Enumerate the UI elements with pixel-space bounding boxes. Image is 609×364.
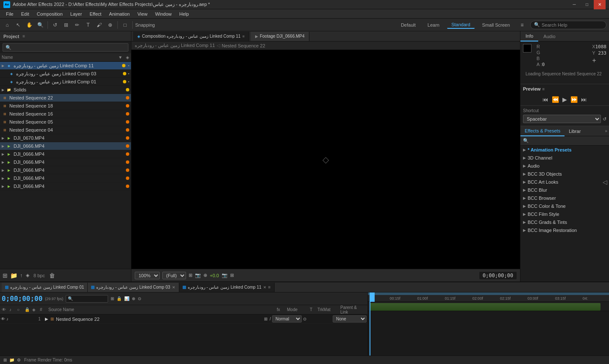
delete-icon[interactable]: 🗑 (49, 272, 55, 279)
effect-audio[interactable]: ▶ Audio (520, 162, 609, 170)
project-search-bar[interactable]: 🔍 (3, 43, 128, 52)
solo-icon[interactable]: ⊞ (264, 317, 267, 321)
zoom-select[interactable]: 100% (135, 272, 160, 279)
pen-tool[interactable]: ✏ (72, 20, 82, 30)
project-item-nested04[interactable]: ⊞ Nested Sequence 04 (0, 126, 131, 134)
skip-to-end-button[interactable]: ⏭ (581, 96, 587, 103)
tl-playhead[interactable] (370, 292, 375, 302)
snapshot-icon[interactable]: 📷 (195, 273, 201, 278)
tab-close[interactable]: ✕ (172, 285, 175, 290)
menu-window[interactable]: Window (152, 11, 175, 17)
effect-bcc-browser[interactable]: ▶ BCC Browser (520, 194, 609, 202)
project-item-comp01[interactable]: ◈ زمین عباس - رودبارچره Linked Comp 01 ▪ (0, 78, 131, 86)
tl-lock[interactable]: 🔒 (117, 296, 122, 301)
project-item-dji0670[interactable]: ▶ ▶ DJI_0670.MP4 (0, 134, 131, 142)
rotate-tool[interactable]: ↺ (50, 20, 60, 30)
tab-info[interactable]: Info (520, 31, 538, 41)
project-item-nested18[interactable]: ⊞ Nested Sequence 18 (0, 102, 131, 110)
quality-select[interactable]: (Full) (162, 272, 186, 279)
preview-menu[interactable]: ≡ (542, 87, 545, 91)
tl-graph[interactable]: 📊 (124, 296, 129, 301)
effect-bcc-color[interactable]: ▶ BCC Color & Tone (520, 202, 609, 210)
stamp-tool[interactable]: ⊕ (106, 20, 115, 30)
shortcut-select[interactable]: Spacebar (523, 115, 601, 123)
zoom-tool[interactable]: 🔍 (36, 20, 45, 30)
project-item-nested16[interactable]: ⊞ Nested Sequence 16 (0, 110, 131, 118)
comp-main-tab[interactable]: ◈ Composition زمین عباس - رودبارچره Link… (133, 32, 249, 41)
color-icon[interactable]: ⊕ (203, 273, 207, 278)
footage-tab[interactable]: ▶ Footage DJI_0666.MP4 (251, 32, 309, 41)
project-item-dji0666-3[interactable]: ▶ ▶ DJI_0666.MP4 (0, 158, 131, 166)
create-comp-icon[interactable]: ⊞ (3, 272, 8, 279)
status-comp-icon[interactable]: ⊞ (3, 358, 7, 362)
minimize-button[interactable]: ─ (568, 0, 580, 9)
camera-icon[interactable]: 📷 (222, 273, 228, 278)
fit-icon[interactable]: ⊞ (189, 273, 192, 278)
effect-animation-presets[interactable]: ▶ * Animation Presets (520, 146, 609, 154)
tab-close[interactable]: ✕ (263, 285, 267, 290)
effect-bcc-image[interactable]: ▶ BCC Image Restoration (520, 226, 609, 234)
brush-tool[interactable]: 🖌 (95, 20, 104, 30)
home-button[interactable]: ⌂ (3, 20, 12, 30)
skip-to-start-button[interactable]: ⏮ (542, 96, 548, 103)
project-item-dji0666-2[interactable]: ▶ ▶ DJI_0666.MP4 (0, 150, 131, 158)
effect-bcc-blur[interactable]: ▶ BCC Blur (520, 186, 609, 194)
status-settings-icon[interactable]: ⚙ (17, 358, 21, 362)
menu-composition[interactable]: Composition (33, 11, 66, 17)
project-item-nested22[interactable]: ⊞ Nested Sequence 22 (0, 94, 131, 102)
project-item-dji0666-1[interactable]: ▶ ▶ DJI_0666.MP4 (0, 142, 131, 150)
tl-track-area[interactable] (368, 302, 609, 356)
menu-effect[interactable]: Effect (86, 11, 105, 17)
workspace-learn[interactable]: Learn (423, 22, 444, 28)
layer-parent-select[interactable]: None (333, 315, 367, 323)
effect-bcc-art[interactable]: ▶ BCC Art Looks (520, 178, 609, 186)
link-icon[interactable]: / (270, 317, 271, 321)
tab-effects-presets[interactable]: Effects & Presets (520, 126, 565, 136)
tab-menu[interactable]: ≡ (268, 285, 271, 290)
project-item-dji0666-5[interactable]: ▶ ▶ DJI_0666.MP4 (0, 174, 131, 182)
tab-audio[interactable]: Audio (538, 31, 560, 41)
menu-view[interactable]: View (134, 11, 151, 17)
import-icon[interactable]: ↑ (20, 273, 22, 279)
color-label-icon[interactable]: ◈ (26, 273, 29, 278)
menu-help[interactable]: Help (176, 11, 192, 17)
project-item-comp11[interactable]: ▶ ◈ زمین عباس - رودبارچره Linked Comp 11… (0, 62, 131, 70)
tab-library[interactable]: Librar (565, 126, 585, 136)
text-tool[interactable]: T (83, 20, 93, 30)
layer-visible[interactable]: 👁 (1, 317, 5, 321)
tl-search[interactable]: 🔍 (66, 295, 108, 303)
menu-edit[interactable]: Edit (18, 11, 33, 17)
play-button[interactable]: ▶ (562, 96, 567, 103)
effect-3d-channel[interactable]: ▶ 3D Channel (520, 154, 609, 162)
grid-icon[interactable]: ⊞ (230, 273, 234, 278)
status-folder-icon[interactable]: 📁 (9, 358, 14, 362)
timeline-tab-comp03[interactable]: زمین عباس - رودبارچره Linked Comp 03 ✕ (88, 283, 179, 292)
effects-search[interactable]: 🔍 (520, 136, 609, 146)
workspace-menu[interactable]: ≡ (517, 20, 527, 30)
project-menu-icon[interactable]: ≡ (22, 34, 25, 39)
project-item-dji0666-4[interactable]: ▶ ▶ DJI_0666.MP4 (0, 166, 131, 174)
menu-file[interactable]: File (3, 11, 17, 17)
project-item-comp03[interactable]: ◈ زمین عباس - رودبارچره Linked Comp 03 ▪ (0, 70, 131, 78)
step-forward-button[interactable]: ⏩ (570, 96, 578, 103)
project-item-dji0666-6[interactable]: ▶ ▶ DJI_0666.MP4 (0, 182, 131, 190)
layer-audio[interactable]: ♪ (6, 317, 12, 321)
project-item-nested05[interactable]: ⊞ Nested Sequence 05 (0, 118, 131, 126)
label-icon[interactable]: ◈ (126, 55, 129, 60)
effect-bcc-grads[interactable]: ▶ BCC Grads & Tints (520, 218, 609, 226)
menu-layer[interactable]: Layer (67, 11, 86, 17)
tl-motion[interactable]: ⊙ (138, 296, 141, 301)
tl-solo[interactable]: ⊞ (111, 296, 114, 301)
project-item-solids[interactable]: ▶ 📁 Solids (0, 86, 131, 94)
comp-canvas[interactable]: ◇ (131, 50, 520, 269)
effect-bcc-film[interactable]: ▶ BCC Film Style (520, 210, 609, 218)
maximize-button[interactable]: □ (581, 0, 593, 9)
shape-tool[interactable]: □ (120, 20, 130, 30)
timeline-tab-comp11[interactable]: زمین عباس - رودبارچره Linked Comp 11 ✕ ≡ (179, 283, 275, 292)
workspace-small[interactable]: Small Screen (478, 22, 514, 28)
workspace-default[interactable]: Default (397, 22, 420, 28)
effect-bcc-3d[interactable]: ▶ BCC 3D Objects (520, 170, 609, 178)
timeline-tab-comp01[interactable]: زمین عباس - رودبارچره Linked Comp 01 (2, 283, 88, 292)
timeline-resize-handle[interactable]: ◁ (601, 292, 609, 356)
eyedropper-icon[interactable]: + (592, 57, 596, 64)
